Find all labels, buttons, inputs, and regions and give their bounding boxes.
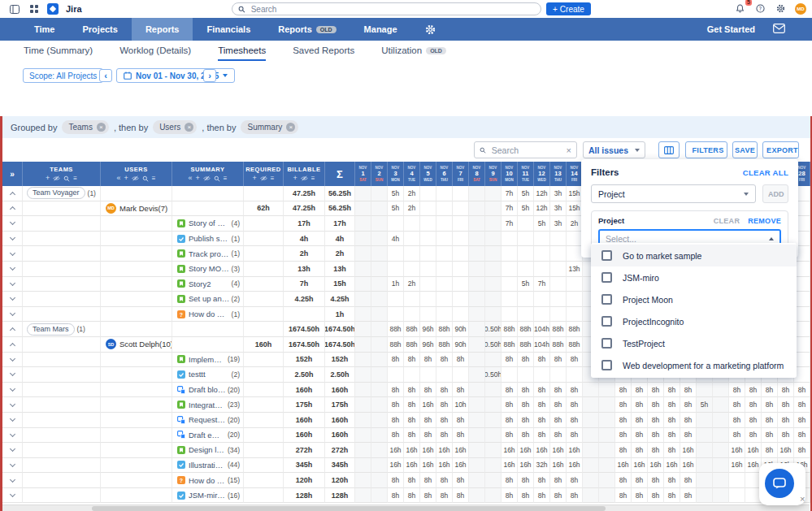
day-cell[interactable] [420,186,436,201]
checkbox[interactable] [601,294,612,305]
add-column-icon[interactable]: + [46,175,50,182]
day-cell[interactable]: 1h [388,277,404,292]
day-cell[interactable]: 8h [632,413,648,428]
day-cell[interactable]: 0.50h [485,367,502,383]
day-cell[interactable]: 8h [404,383,420,398]
day-cell[interactable] [355,307,371,323]
day-cell[interactable]: 4h [388,232,404,247]
day-cell[interactable]: 8h [550,473,567,488]
day-cell[interactable]: 8h [453,473,469,488]
day-cell[interactable]: 16h [567,443,583,458]
day-cell[interactable]: 16h [404,443,420,458]
day-cell[interactable] [469,473,485,488]
day-cell[interactable]: 2h [567,216,583,232]
day-cell[interactable] [469,353,485,368]
day-cell[interactable] [794,277,810,292]
day-cell[interactable] [713,397,729,413]
day-cell[interactable]: 8h [534,383,550,398]
day-cell[interactable] [436,292,453,307]
day-cell[interactable]: 8h [664,413,680,428]
day-cell[interactable]: 8h [420,383,436,398]
day-cell[interactable] [583,413,599,428]
day-cell[interactable]: 8h [436,428,453,444]
day-cell[interactable] [567,277,583,292]
day-cell[interactable] [469,397,485,413]
day-cell[interactable]: 13h [567,262,583,277]
day-cell[interactable] [436,201,453,217]
row-expander[interactable] [2,216,23,232]
save-button[interactable]: SAVE [732,141,758,158]
day-cell[interactable]: 8h [388,473,404,488]
column-menu-icon[interactable]: ≡ [271,175,275,182]
day-cell[interactable]: 5h [518,277,534,292]
day-cell[interactable]: 8h [550,353,567,368]
day-cell[interactable] [534,262,550,277]
day-cell[interactable] [713,443,729,458]
day-cell[interactable]: 8h [778,428,794,444]
day-cell[interactable]: 8h [615,413,632,428]
day-cell[interactable]: 8h [502,383,518,398]
day-cell[interactable]: 10h [453,397,469,413]
day-cell[interactable]: 90h [453,337,469,353]
search-column-icon[interactable] [214,175,220,182]
day-cell[interactable]: 12h [534,201,550,217]
table-search[interactable]: × [474,141,577,158]
column-menu-icon[interactable]: ≡ [152,175,156,182]
day-cell[interactable] [453,277,469,292]
day-cell[interactable] [485,473,502,488]
day-cell[interactable]: 8h [729,413,745,428]
day-cell[interactable]: 88h [404,322,420,337]
day-cell[interactable] [502,277,518,292]
day-cell[interactable]: 8h [794,383,810,398]
add-filter-button[interactable]: ADD [762,184,788,203]
day-cell[interactable]: 8h [567,413,583,428]
day-cell[interactable]: 88h [518,337,534,353]
day-cell[interactable] [518,262,534,277]
day-cell[interactable]: 8h [534,428,550,444]
day-cell[interactable] [371,277,388,292]
day-cell[interactable]: 88h [550,337,567,353]
row-expander[interactable] [2,383,23,398]
day-cell[interactable]: 7h [502,216,518,232]
day-cell[interactable] [371,367,388,383]
day-cell[interactable]: 2h [404,186,420,201]
day-cell[interactable]: 8h [632,473,648,488]
day-cell[interactable]: 8h [518,473,534,488]
day-cell[interactable] [355,277,371,292]
day-cell[interactable] [453,262,469,277]
hide-column-icon[interactable] [53,175,60,182]
day-cell[interactable]: 8h [567,488,583,504]
day-cell[interactable]: 8h [534,473,550,488]
day-cell[interactable] [420,277,436,292]
day-cell[interactable]: 8h [729,428,745,444]
day-cell[interactable]: 8h [388,488,404,504]
sidebar-toggle-icon[interactable] [8,3,20,15]
day-cell[interactable] [420,216,436,232]
global-search-input[interactable] [250,4,535,15]
day-cell[interactable] [355,367,371,383]
day-cell[interactable] [534,307,550,323]
day-cell[interactable] [436,277,453,292]
day-cell[interactable] [469,307,485,323]
day-cell[interactable] [355,413,371,428]
column-menu-icon[interactable]: ≡ [311,175,315,182]
day-cell[interactable] [518,232,534,247]
day-cell[interactable]: 8h [567,383,583,398]
day-cell[interactable] [436,186,453,201]
day-cell[interactable] [502,307,518,323]
day-cell[interactable]: 8h [615,443,632,458]
row-expander[interactable] [2,186,23,201]
project-option[interactable]: JSM-miro [591,266,797,288]
day-cell[interactable]: 16h [502,443,518,458]
day-cell[interactable] [485,397,502,413]
day-cell[interactable] [518,292,534,307]
day-cell[interactable] [599,458,615,474]
day-cell[interactable] [436,246,453,262]
day-cell[interactable] [502,232,518,247]
day-cell[interactable] [388,307,404,323]
day-cell[interactable]: 8h [648,413,664,428]
day-cell[interactable] [469,201,485,217]
jira-logo-icon[interactable] [47,3,59,15]
day-cell[interactable] [485,383,502,398]
remove-chip-icon[interactable]: × [286,123,295,132]
